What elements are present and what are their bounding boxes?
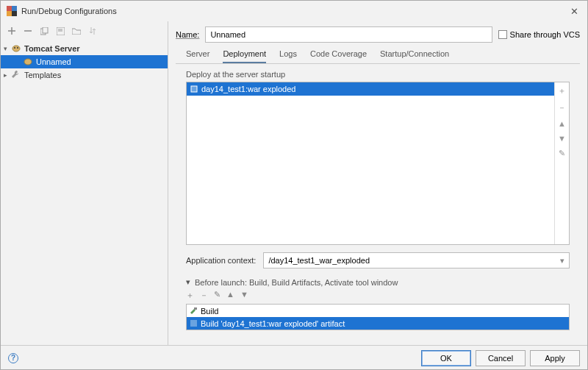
name-input[interactable]	[205, 26, 492, 43]
svg-rect-2	[7, 11, 12, 16]
deploy-side-toolbar: ＋ － ▲ ▼ ✎	[554, 82, 569, 244]
svg-rect-11	[191, 86, 197, 92]
svg-rect-13	[190, 320, 197, 327]
tab-startup[interactable]: Startup/Connection	[380, 49, 449, 63]
before-launch-list[interactable]: Build Build 'day14_test1:war exploded' a…	[186, 304, 570, 330]
tree-label: Unnamed	[36, 57, 71, 66]
svg-rect-5	[43, 27, 48, 33]
before-launch-section: ▾ Before launch: Build, Build Artifacts,…	[176, 271, 580, 330]
svg-point-7	[12, 46, 20, 51]
before-item-label: Build	[201, 307, 218, 316]
checkbox-icon[interactable]	[498, 30, 507, 39]
context-label: Application context:	[186, 256, 256, 265]
share-label: Share through VCS	[510, 30, 580, 39]
svg-rect-12	[194, 307, 197, 310]
context-value: /day14_test1_war_exploded	[268, 256, 370, 265]
ok-label: OK	[440, 354, 452, 363]
tab-logs[interactable]: Logs	[279, 49, 297, 63]
deploy-section-label: Deploy at the server startup	[186, 70, 570, 79]
tree-node-tomcat[interactable]: ▾ Tomcat Server	[1, 42, 168, 55]
close-icon[interactable]: ✕	[567, 6, 581, 17]
cancel-button[interactable]: Cancel	[476, 350, 526, 366]
up-icon[interactable]: ▲	[558, 119, 566, 128]
help-icon[interactable]: ?	[8, 353, 18, 363]
collapse-arrow-icon[interactable]: ▾	[186, 277, 190, 287]
remove-icon[interactable]: －	[558, 102, 566, 113]
remove-icon[interactable]	[23, 26, 33, 36]
remove-icon[interactable]: －	[200, 290, 208, 301]
folder-icon[interactable]	[71, 26, 82, 36]
add-icon[interactable]	[7, 26, 17, 36]
content-area: ▾ Tomcat Server Unnamed ▸ Templates Name…	[1, 21, 587, 345]
tab-server[interactable]: Server	[186, 49, 209, 63]
config-tree[interactable]: ▾ Tomcat Server Unnamed ▸ Templates	[1, 40, 168, 345]
window-title: Run/Debug Configurations	[21, 7, 567, 15]
hammer-icon	[190, 307, 198, 315]
before-item-artifact[interactable]: Build 'day14_test1:war exploded' artifac…	[187, 317, 569, 330]
edit-icon[interactable]: ✎	[559, 149, 565, 158]
add-icon[interactable]: ＋	[186, 290, 194, 301]
cancel-label: Cancel	[488, 354, 513, 363]
svg-point-10	[24, 59, 32, 65]
svg-rect-3	[12, 11, 17, 16]
tab-bar: Server Deployment Logs Code Coverage Sta…	[176, 45, 580, 64]
artifact-icon	[190, 319, 198, 327]
tomcat-icon	[11, 43, 21, 54]
deploy-item[interactable]: day14_test1:war exploded	[187, 82, 554, 96]
tree-node-templates[interactable]: ▸ Templates	[1, 68, 168, 82]
apply-button[interactable]: Apply	[530, 350, 580, 366]
edit-icon[interactable]: ✎	[214, 290, 220, 301]
tab-coverage[interactable]: Code Coverage	[310, 49, 367, 63]
sort-icon[interactable]	[87, 26, 98, 36]
deploy-item-label: day14_test1:war exploded	[201, 85, 295, 93]
tree-label: Tomcat Server	[24, 44, 80, 53]
context-row: Application context: /day14_test1_war_ex…	[186, 252, 570, 268]
ok-button[interactable]: OK	[421, 350, 471, 366]
down-icon[interactable]: ▼	[240, 290, 248, 301]
share-checkbox[interactable]: Share through VCS	[498, 30, 580, 39]
footer-buttons: OK Cancel Apply	[421, 350, 580, 366]
apply-label: Apply	[545, 354, 565, 363]
tab-deployment[interactable]: Deployment	[223, 49, 266, 63]
name-label: Name:	[176, 30, 199, 39]
tree-label: Templates	[24, 71, 61, 79]
config-toolbar	[1, 21, 168, 40]
tomcat-icon	[23, 57, 33, 67]
save-template-icon[interactable]	[55, 26, 65, 36]
before-launch-toolbar: ＋ － ✎ ▲ ▼	[186, 287, 570, 304]
wrench-icon	[11, 70, 21, 80]
tree-node-unnamed[interactable]: Unnamed	[1, 55, 168, 68]
title-bar: Run/Debug Configurations ✕	[1, 1, 587, 21]
collapse-arrow-icon[interactable]: ▸	[4, 71, 11, 79]
svg-rect-1	[12, 6, 17, 11]
name-row: Name: Share through VCS	[176, 24, 580, 45]
before-launch-header[interactable]: ▾ Before launch: Build, Build Artifacts,…	[186, 277, 570, 287]
svg-point-9	[17, 47, 18, 49]
artifact-icon	[190, 85, 198, 93]
svg-point-8	[14, 47, 15, 49]
add-icon[interactable]: ＋	[558, 85, 566, 96]
left-panel: ▾ Tomcat Server Unnamed ▸ Templates	[1, 21, 168, 345]
up-icon[interactable]: ▲	[226, 290, 234, 301]
before-item-label: Build 'day14_test1:war exploded' artifac…	[201, 319, 345, 328]
deploy-list-box: day14_test1:war exploded ＋ － ▲ ▼ ✎	[186, 82, 570, 245]
deploy-list[interactable]: day14_test1:war exploded	[187, 82, 554, 244]
deployment-section: Deploy at the server startup day14_test1…	[176, 64, 580, 271]
context-dropdown[interactable]: /day14_test1_war_exploded ▾	[263, 252, 570, 268]
copy-icon[interactable]	[39, 26, 49, 36]
dialog-footer: ? OK Cancel Apply	[1, 345, 587, 370]
before-item-build[interactable]: Build	[187, 305, 569, 317]
expand-arrow-icon[interactable]: ▾	[4, 45, 11, 52]
chevron-down-icon: ▾	[560, 256, 564, 266]
before-launch-label: Before launch: Build, Build Artifacts, A…	[195, 278, 398, 287]
right-panel: Name: Share through VCS Server Deploymen…	[168, 21, 587, 345]
app-icon	[7, 6, 17, 16]
svg-rect-0	[7, 6, 12, 11]
down-icon[interactable]: ▼	[558, 134, 566, 143]
